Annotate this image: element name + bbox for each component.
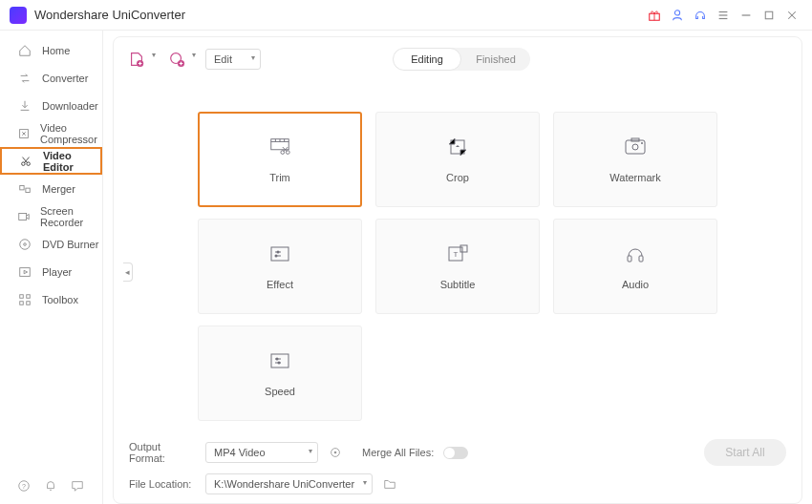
- sidebar-item-merger[interactable]: Merger: [0, 175, 102, 202]
- bell-icon[interactable]: [44, 479, 57, 493]
- card-label: Subtitle: [440, 279, 476, 290]
- tool-grid: Trim Crop Watermark Effect: [125, 74, 790, 438]
- merge-toggle[interactable]: [443, 447, 468, 459]
- start-all-button[interactable]: Start All: [704, 439, 786, 466]
- card-crop[interactable]: Crop: [375, 112, 540, 207]
- sidebar-item-dvd[interactable]: DVD Burner: [0, 230, 102, 258]
- svg-rect-13: [20, 185, 24, 189]
- sidebar-item-label: Video Editor: [43, 150, 100, 173]
- svg-rect-18: [20, 267, 31, 276]
- settings-icon[interactable]: [328, 445, 343, 460]
- headset-icon[interactable]: [690, 5, 711, 26]
- add-url-button[interactable]: ▾: [165, 48, 188, 71]
- card-label: Speed: [265, 386, 295, 397]
- sidebar-item-editor[interactable]: Video Editor: [0, 147, 102, 175]
- svg-point-2: [674, 10, 679, 14]
- titlebar: Wondershare UniConverter: [0, 0, 812, 31]
- svg-rect-21: [20, 301, 24, 304]
- subtitle-icon: T: [446, 242, 469, 265]
- edit-dropdown[interactable]: Edit▾: [205, 49, 261, 70]
- gift-icon[interactable]: [644, 5, 665, 26]
- watermark-icon: [624, 136, 647, 158]
- output-format-label: Output Format:: [129, 441, 196, 464]
- sidebar-item-downloader[interactable]: Downloader: [0, 92, 102, 119]
- tab-finished[interactable]: Finished: [461, 48, 530, 71]
- svg-point-17: [24, 242, 27, 245]
- card-subtitle[interactable]: T Subtitle: [375, 219, 540, 314]
- close-icon[interactable]: [781, 5, 802, 26]
- speed-icon: [268, 349, 291, 372]
- app-logo: [10, 7, 27, 24]
- svg-point-16: [20, 239, 31, 249]
- sidebar-collapse-handle[interactable]: ◂: [123, 262, 133, 282]
- user-icon[interactable]: [667, 5, 688, 26]
- dropdown-value: K:\Wondershare UniConverter: [214, 478, 354, 490]
- sidebar-item-recorder[interactable]: Screen Recorder: [0, 202, 102, 230]
- help-icon[interactable]: ?: [17, 479, 31, 493]
- tab-editing[interactable]: Editing: [393, 48, 461, 71]
- card-watermark[interactable]: Watermark: [553, 112, 717, 207]
- svg-point-37: [632, 144, 638, 150]
- audio-icon: [624, 242, 647, 265]
- sidebar-item-label: Video Compressor: [40, 122, 102, 145]
- merge-label: Merge All Files:: [362, 447, 434, 458]
- card-audio[interactable]: Audio: [553, 219, 717, 314]
- card-effect[interactable]: Effect: [198, 219, 362, 314]
- sidebar-item-player[interactable]: Player: [0, 258, 102, 285]
- chevron-down-icon: ▾: [251, 53, 255, 62]
- toolbar: ▾ ▾ Edit▾ Editing Finished: [125, 45, 790, 74]
- svg-rect-20: [27, 294, 31, 298]
- svg-point-50: [278, 362, 281, 365]
- card-label: Effect: [267, 279, 293, 290]
- sidebar-bottom-icons: ?: [0, 470, 102, 504]
- svg-rect-48: [271, 354, 288, 368]
- svg-point-42: [275, 255, 278, 258]
- svg-point-49: [276, 358, 279, 361]
- record-icon: [17, 209, 31, 224]
- svg-rect-22: [27, 301, 31, 304]
- card-speed[interactable]: Speed: [198, 326, 362, 421]
- play-icon: [17, 264, 32, 280]
- dropdown-value: MP4 Video: [214, 447, 266, 458]
- content-card: ▾ ▾ Edit▾ Editing Finished Trim Crop: [113, 36, 802, 504]
- file-location-dropdown[interactable]: K:\Wondershare UniConverter▾: [205, 473, 373, 494]
- svg-rect-19: [20, 294, 24, 298]
- sidebar-item-home[interactable]: Home: [0, 36, 102, 64]
- sidebar-item-compressor[interactable]: Video Compressor: [0, 119, 102, 147]
- svg-rect-14: [26, 188, 30, 192]
- menu-icon[interactable]: [713, 5, 734, 26]
- chevron-down-icon: ▾: [152, 51, 156, 59]
- svg-text:T: T: [454, 250, 459, 259]
- svg-text:?: ?: [22, 483, 26, 490]
- merge-icon: [17, 181, 32, 197]
- sidebar-item-label: DVD Burner: [42, 239, 98, 250]
- sidebar-item-label: Home: [42, 45, 70, 56]
- sidebar-item-label: Player: [42, 266, 72, 278]
- chat-icon[interactable]: [71, 479, 84, 493]
- card-trim[interactable]: Trim: [198, 112, 362, 207]
- maximize-icon[interactable]: [759, 5, 780, 26]
- minimize-icon[interactable]: [736, 5, 757, 26]
- chevron-down-icon: ▾: [192, 51, 196, 59]
- svg-rect-40: [271, 247, 288, 261]
- download-icon: [17, 98, 32, 114]
- add-file-button[interactable]: ▾: [125, 48, 148, 71]
- grid-icon: [17, 292, 32, 307]
- sidebar-item-converter[interactable]: Converter: [0, 64, 102, 92]
- sidebar: Home Converter Downloader Video Compress…: [0, 31, 103, 504]
- output-format-dropdown[interactable]: MP4 Video▾: [205, 442, 318, 463]
- sidebar-item-toolbox[interactable]: Toolbox: [0, 285, 102, 313]
- sidebar-item-label: Merger: [42, 183, 75, 195]
- segment-control: Editing Finished: [393, 48, 530, 71]
- chevron-down-icon: ▾: [309, 447, 312, 455]
- svg-rect-47: [639, 256, 643, 262]
- svg-point-41: [277, 251, 280, 254]
- svg-point-52: [334, 452, 337, 454]
- svg-point-39: [641, 142, 643, 144]
- svg-rect-15: [19, 213, 27, 220]
- folder-icon[interactable]: [382, 476, 397, 492]
- svg-rect-46: [628, 256, 631, 262]
- card-label: Audio: [622, 279, 649, 290]
- sidebar-item-label: Downloader: [42, 100, 98, 112]
- sidebar-item-label: Toolbox: [42, 294, 78, 305]
